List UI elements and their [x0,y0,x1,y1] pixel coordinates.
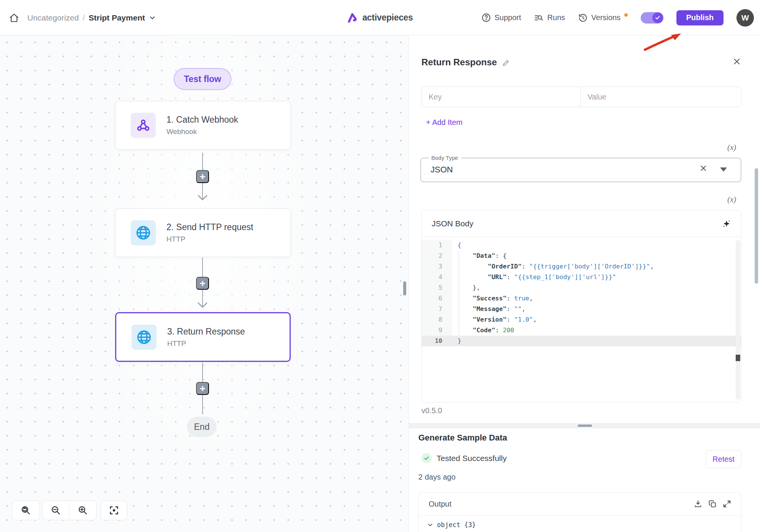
publish-button[interactable]: Publish [676,10,724,25]
code-line[interactable]: 4 "URL": "{{step_1['body']['url']}}" [422,272,741,283]
step-settings-panel: Return Response + Add Item (x) Body Type… [408,35,760,532]
code-line[interactable]: 10} [422,336,741,346]
flow-enabled-toggle[interactable] [641,12,663,24]
output-tree-node[interactable]: object {3} [419,516,741,529]
code-line[interactable]: 8 "Version": "1.0", [422,314,741,325]
zoom-in-icon [78,505,88,516]
topbar: Uncategorized / Stript Payment activepie… [0,0,760,35]
canvas-controls [0,500,152,520]
zoom-in-button[interactable] [70,501,97,520]
pencil-icon [502,58,510,66]
add-step-button[interactable]: + [196,277,209,290]
help-icon [481,13,491,22]
flow-menu-button[interactable] [149,14,156,22]
sample-data-heading: Generate Sample Data [418,433,507,443]
download-icon [694,500,702,508]
editor-scrollbar-thumb[interactable] [736,355,740,361]
flow-node-send-http-request[interactable]: 2. Send HTTP request HTTP [115,208,291,257]
json-body-editor: JSON Body 1{2 "Data": {3 "OrderID": "{{t… [421,210,741,403]
home-button[interactable] [9,13,19,23]
editor-scrollbar-track[interactable] [736,240,740,399]
splitter-handle[interactable] [578,425,592,427]
activepieces-logo-icon [347,12,358,24]
globe-icon [131,325,157,350]
webhook-icon [131,113,156,138]
flow-node-return-response[interactable]: 3. Return Response HTTP [115,312,291,362]
panel-title: Return Response [421,57,497,68]
breadcrumb-flow-name[interactable]: Stript Payment [89,13,145,22]
close-panel-button[interactable] [733,57,741,66]
support-label: Support [494,13,521,22]
code-line[interactable]: 3 "OrderID": "{{trigger['body']['OrderID… [422,261,741,272]
ai-assist-button[interactable] [722,219,731,228]
zoom-out-button[interactable] [43,501,70,520]
expand-output-button[interactable] [723,500,731,508]
indent-guide [459,251,459,336]
copy-icon [708,500,717,508]
insert-variable-icon[interactable]: (x) [727,195,736,204]
test-flow-button[interactable]: Test flow [174,68,231,90]
zoom-group [42,500,97,520]
versions-label: Versions [591,13,621,22]
download-output-button[interactable] [694,500,702,508]
code-editor[interactable]: 1{2 "Data": {3 "OrderID": "{{trigger['bo… [422,237,741,403]
insert-variable-icon[interactable]: (x) [727,143,736,152]
arrowhead-icon [198,195,207,201]
code-line[interactable]: 5 }, [422,283,741,293]
fit-view-button[interactable] [101,500,127,520]
output-card: Output object {3} [418,492,741,532]
node-title: 1. Catch Webhook [166,115,238,125]
globe-icon [131,220,156,245]
flow-end-node: End [187,417,217,437]
code-lines: 1{2 "Data": {3 "OrderID": "{{trigger['bo… [422,240,741,346]
runs-button[interactable]: Runs [534,13,565,23]
rename-step-button[interactable] [502,58,510,66]
body-type-select[interactable]: Body Type JSON [420,158,741,182]
panel-scrollbar-thumb[interactable] [755,168,758,284]
versions-button[interactable]: Versions [578,13,621,23]
breadcrumb-folder[interactable]: Uncategorized [27,13,79,22]
body-type-value: JSON [431,165,453,175]
sparkle-icon [722,219,731,228]
key-input[interactable] [422,87,581,107]
value-input[interactable] [581,87,741,107]
zoom-out-icon [51,505,61,516]
home-icon [9,13,19,23]
node-subtitle: HTTP [166,235,253,243]
code-line[interactable]: 7 "Message": "", [422,304,741,314]
copy-output-button[interactable] [708,500,717,508]
breadcrumb-separator: / [82,13,85,22]
test-timestamp: 2 days ago [418,473,456,481]
code-line[interactable]: 2 "Data": { [422,251,741,261]
reset-zoom-button[interactable] [12,500,40,520]
runs-label: Runs [547,13,565,22]
expand-icon [723,500,731,508]
add-item-button[interactable]: + Add Item [426,118,462,127]
node-subtitle: HTTP [167,339,245,348]
flow-node-catch-webhook[interactable]: 1. Catch Webhook Webhook [115,101,291,150]
history-icon [578,13,588,23]
panel-splitter[interactable] [409,423,760,428]
output-label: Output [429,500,451,508]
flow-canvas[interactable]: Test flow 1. Catch Webhook Webhook + [0,35,408,532]
code-line[interactable]: 1{ [422,240,741,251]
piece-version: v0.5.0 [421,406,442,415]
body-type-label: Body Type [429,155,461,161]
add-step-button[interactable]: + [196,170,209,183]
chevron-down-icon[interactable] [720,167,727,172]
clear-body-type-button[interactable] [700,164,707,172]
node-title: 3. Return Response [167,327,245,337]
node-title: 2. Send HTTP request [166,222,253,232]
close-icon [700,164,707,172]
avatar[interactable]: W [736,9,754,27]
code-line[interactable]: 9 "Code": 200 [422,325,741,336]
panel-resize-handle[interactable] [403,281,406,295]
runs-icon [534,13,544,23]
add-step-button[interactable]: + [196,382,209,395]
support-button[interactable]: Support [481,13,521,22]
retest-button[interactable]: Retest [706,450,741,468]
test-status-text: Tested Successfully [437,454,507,463]
code-line[interactable]: 6 "Success": true, [422,293,741,304]
node-subtitle: Webhook [166,128,238,136]
arrowhead-icon [198,302,207,308]
